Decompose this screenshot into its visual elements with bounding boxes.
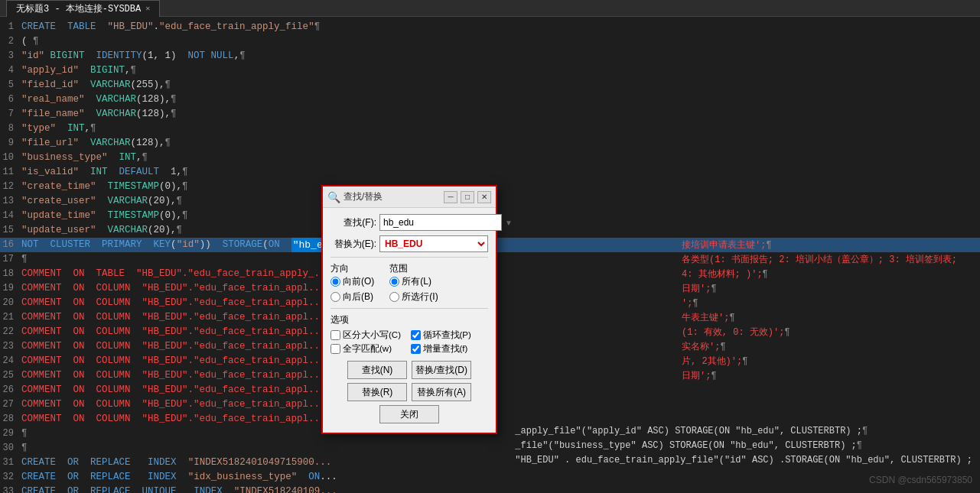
find-input[interactable]: [379, 214, 502, 231]
button-row-1: 查找(N) 替换/查找(D): [330, 361, 488, 379]
code-line-10: 10 "business_type" INT,¶: [0, 151, 980, 165]
watermark: CSDN @csdn565973850: [869, 475, 972, 485]
replace-label: 替换为(E):: [330, 238, 376, 251]
loop-find-checkbox[interactable]: [411, 330, 421, 340]
backward-radio[interactable]: [330, 292, 340, 302]
code-line-5: 5 "field_id" VARCHAR(255),¶: [0, 78, 980, 92]
regex-text: 增量查找(f): [423, 343, 468, 355]
replace-select[interactable]: HB_EDU: [379, 235, 488, 252]
right-comments: 接培训申请表主键';¶ 各类型(1: 书面报告; 2: 培训小结（盖公章）; 3…: [682, 238, 972, 384]
close-button[interactable]: 关闭: [379, 405, 439, 423]
case-sensitive-label[interactable]: 区分大小写(C): [330, 329, 409, 341]
code-line-2: 2 ( ¶: [0, 34, 980, 49]
regex-label[interactable]: 增量查找(f): [411, 343, 489, 355]
find-button[interactable]: 查找(N): [347, 361, 407, 379]
tab-label: 无标题3 - 本地连接-SYSDBA: [16, 2, 141, 15]
forward-radio[interactable]: [330, 277, 340, 287]
options-section: 选项 区分大小写(C) 循环查找(P) 全字匹配(w): [330, 313, 488, 355]
replace-find-button[interactable]: 替换/查找(D): [412, 361, 471, 379]
title-bar: 无标题3 - 本地连接-SYSDBA ✕: [0, 0, 980, 17]
code-line-11: 11 "is_valid" INT DEFAULT 1,¶: [0, 165, 980, 180]
find-label: 查找(F):: [330, 216, 376, 229]
code-line-6: 6 "real_name" VARCHAR(128),¶: [0, 92, 980, 107]
button-row-2: 替换(R) 替换所有(A): [330, 383, 488, 401]
forward-label: 向前(O): [343, 275, 374, 288]
right-index-lines: _apply_file"("apply_id" ASC) STORAGE(ON …: [515, 424, 972, 468]
code-line-33: 33 CREATE OR REPLACE UNIQUE INDEX "INDEX…: [0, 485, 980, 493]
find-row: 查找(F): ▼: [330, 214, 488, 231]
scope-group: 所有(L) 所选行(I): [389, 275, 438, 303]
dialog-body: 查找(F): ▼ 替换为(E): HB_EDU 方向: [323, 208, 496, 433]
dialog-close-x-button[interactable]: ✕: [477, 191, 491, 203]
dialog-titlebar: 🔍 查找/替换 ─ □ ✕: [323, 186, 496, 208]
loop-find-label[interactable]: 循环查找(P): [411, 329, 489, 341]
selected-radio-label[interactable]: 所选行(I): [389, 290, 438, 303]
selected-radio[interactable]: [389, 292, 399, 302]
direction-label: 方向: [330, 262, 374, 275]
find-dropdown-icon[interactable]: ▼: [505, 219, 513, 227]
backward-radio-label[interactable]: 向后(B): [330, 290, 374, 303]
full-word-label[interactable]: 全字匹配(w): [330, 343, 409, 355]
all-label: 所有(L): [402, 275, 431, 288]
code-line-9: 9 "file_url" VARCHAR(128),¶: [0, 136, 980, 151]
options-label: 选项: [330, 313, 488, 326]
scope-label: 范围: [389, 262, 438, 275]
selected-label: 所选行(I): [402, 290, 438, 303]
scope-section: 范围 所有(L) 所选行(I): [389, 262, 438, 303]
code-editor[interactable]: 1 CREATE TABLE "HB_EDU"."edu_face_train_…: [0, 17, 980, 493]
dialog-title: 查找/替换: [343, 190, 441, 203]
case-sensitive-checkbox[interactable]: [330, 330, 340, 340]
full-word-checkbox[interactable]: [330, 344, 340, 354]
code-line-4: 4 "apply_id" BIGINT,¶: [0, 63, 980, 78]
dialog-maximize-button[interactable]: □: [461, 191, 474, 203]
all-radio-label[interactable]: 所有(L): [389, 275, 438, 288]
forward-radio-label[interactable]: 向前(O): [330, 275, 374, 288]
find-replace-dialog[interactable]: 🔍 查找/替换 ─ □ ✕ 查找(F): ▼ 替换为(E): HB_EDU: [321, 185, 497, 434]
full-word-text: 全字匹配(w): [343, 343, 392, 355]
regex-checkbox[interactable]: [411, 344, 421, 354]
code-line-32: 32 CREATE OR REPLACE INDEX "idx_business…: [0, 470, 980, 485]
tab-close-icon[interactable]: ✕: [145, 4, 150, 13]
options-grid: 区分大小写(C) 循环查找(P) 全字匹配(w) 增量查找(f): [330, 329, 488, 355]
direction-scope-row: 方向 向前(O) 向后(B) 范围: [330, 262, 488, 303]
replace-all-button[interactable]: 替换所有(A): [412, 383, 471, 401]
all-radio[interactable]: [389, 277, 399, 287]
code-line-1: 1 CREATE TABLE "HB_EDU"."edu_face_train_…: [0, 20, 980, 34]
dialog-icon: 🔍: [327, 191, 340, 203]
backward-label: 向后(B): [343, 290, 373, 303]
direction-section: 方向 向前(O) 向后(B): [330, 262, 374, 303]
editor-tab[interactable]: 无标题3 - 本地连接-SYSDBA ✕: [6, 0, 160, 17]
code-line-8: 8 "type" INT,¶: [0, 122, 980, 136]
code-line-3: 3 "id" BIGINT IDENTITY(1, 1) NOT NULL,¶: [0, 49, 980, 63]
replace-button[interactable]: 替换(R): [347, 383, 407, 401]
code-line-7: 7 "file_name" VARCHAR(128),¶: [0, 107, 980, 122]
direction-group: 向前(O) 向后(B): [330, 275, 374, 303]
case-sensitive-text: 区分大小写(C): [343, 329, 401, 341]
replace-row: 替换为(E): HB_EDU: [330, 235, 488, 252]
loop-find-text: 循环查找(P): [423, 329, 471, 341]
dialog-minimize-button[interactable]: ─: [444, 191, 457, 203]
